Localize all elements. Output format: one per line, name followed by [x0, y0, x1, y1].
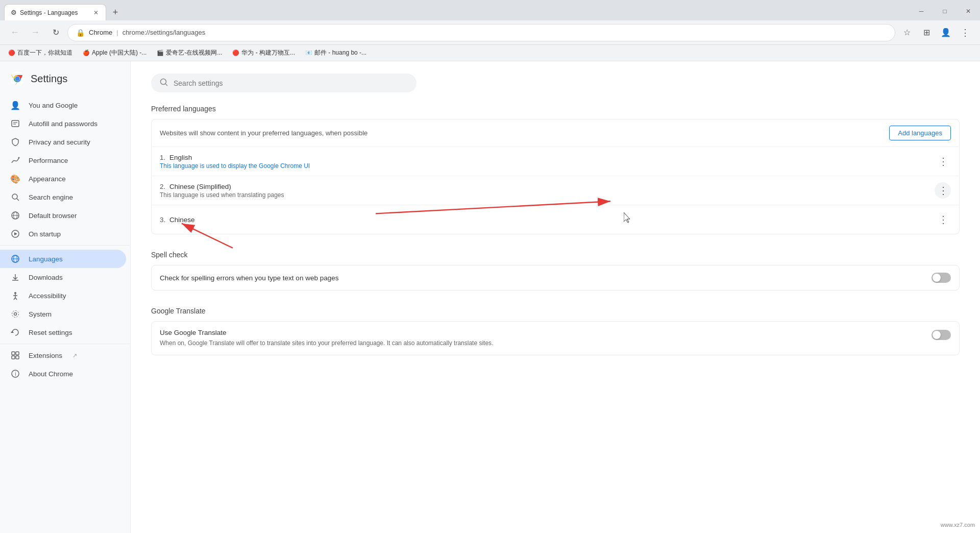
minimize-button[interactable]: ─ [910, 2, 933, 20]
language-item-english: 1. English This language is used to disp… [152, 147, 959, 176]
svg-line-23 [15, 298, 17, 300]
search-engine-icon [10, 192, 20, 202]
appearance-icon: 🎨 [10, 174, 20, 184]
sidebar-item-reset-settings[interactable]: Reset settings [0, 323, 126, 342]
google-translate-desc: When on, Google Translate will offer to … [160, 338, 923, 348]
google-translate-text: Use Google Translate When on, Google Tra… [160, 329, 932, 348]
google-translate-card: Use Google Translate When on, Google Tra… [151, 321, 960, 355]
language-menu-button-chinese-simplified[interactable]: ⋮ [935, 182, 951, 199]
translate-toggle-knob [933, 331, 941, 339]
svg-rect-29 [12, 356, 15, 359]
watermark: www.xz7.com [941, 522, 975, 528]
sidebar-item-accessibility[interactable]: Accessibility [0, 286, 126, 305]
sidebar-item-search-engine[interactable]: Search engine [0, 188, 126, 206]
language-menu-button-chinese[interactable]: ⋮ [935, 211, 951, 228]
security-icon: 🔒 [76, 29, 85, 37]
svg-point-33 [161, 79, 166, 85]
sidebar-item-appearance[interactable]: 🎨 Appearance [0, 169, 126, 188]
svg-marker-26 [11, 331, 14, 333]
sidebar-item-you-and-google[interactable]: 👤 You and Google [0, 96, 126, 114]
preferred-languages-title: Preferred languages [151, 105, 960, 113]
svg-rect-4 [12, 120, 19, 127]
reading-mode-button[interactable]: ⊞ [918, 24, 935, 41]
preferred-languages-section: Preferred languages Websites will show c… [151, 105, 960, 234]
svg-line-9 [17, 199, 19, 201]
bookmark-favicon-baidu: 🔴 [8, 50, 15, 56]
back-button[interactable]: ← [6, 24, 23, 41]
sidebar-item-about-chrome[interactable]: i About Chrome [0, 365, 126, 383]
bookmark-baidu[interactable]: 🔴 百度一下，你就知道 [4, 47, 77, 59]
sidebar-header: Settings [0, 65, 130, 94]
spell-check-section: Spell check Check for spelling errors wh… [151, 251, 960, 290]
sidebar-item-system[interactable]: System [0, 305, 126, 323]
privacy-icon [10, 137, 20, 147]
search-input[interactable] [174, 79, 408, 87]
sidebar-item-performance[interactable]: Performance [0, 151, 126, 169]
sidebar-item-downloads[interactable]: Downloads [0, 268, 126, 286]
sidebar-item-on-startup[interactable]: On startup [0, 225, 126, 243]
google-translate-label: Use Google Translate [160, 329, 923, 336]
spell-check-toggle-row: Check for spelling errors when you type … [152, 265, 959, 290]
lang-number-2: 2. [160, 183, 165, 190]
reload-button[interactable]: ↻ [47, 24, 64, 41]
sidebar-item-autofill[interactable]: Autofill and passwords [0, 114, 126, 133]
sidebar-item-extensions[interactable]: Extensions ↗ [0, 346, 126, 365]
tab-title: Settings - Languages [20, 9, 89, 16]
preferred-languages-card: Websites will show content in your prefe… [151, 119, 960, 234]
tab-close-icon[interactable]: ✕ [92, 8, 100, 17]
svg-point-24 [14, 313, 17, 316]
menu-button[interactable]: ⋮ [957, 24, 974, 41]
close-button[interactable]: ✕ [957, 2, 980, 20]
svg-point-19 [14, 292, 16, 294]
language-info-chinese: 3. Chinese [160, 216, 935, 224]
bookmark-huawei[interactable]: 🔴 华为 - 构建万物互... [228, 47, 299, 59]
search-bar[interactable] [151, 74, 416, 92]
svg-marker-14 [14, 232, 17, 235]
google-translate-toggle[interactable] [932, 330, 951, 340]
sidebar-main-section: 👤 You and Google Autofill and passwords … [0, 94, 130, 246]
language-info-chinese-simplified: 2. Chinese (Simplified) This language is… [160, 183, 935, 199]
spell-check-label: Check for spelling errors when you type … [160, 274, 932, 282]
bookmark-favicon-huawei: 🔴 [232, 50, 239, 56]
toggle-knob [933, 274, 941, 282]
url-separator: | [116, 29, 118, 36]
maximize-button[interactable]: □ [933, 2, 957, 20]
lang-name-chinese-simplified: Chinese (Simplified) [169, 183, 231, 190]
reset-settings-icon [10, 327, 20, 337]
spell-check-title: Spell check [151, 251, 960, 259]
google-translate-title: Google Translate [151, 307, 960, 315]
spell-check-toggle[interactable] [932, 273, 951, 283]
url-path: chrome://settings/languages [122, 29, 206, 36]
address-bar[interactable]: 🔒 Chrome | chrome://settings/languages [67, 24, 895, 41]
bookmark-star-button[interactable]: ☆ [898, 24, 916, 41]
search-bar-container [151, 74, 960, 92]
google-translate-row: Use Google Translate When on, Google Tra… [152, 322, 959, 355]
svg-point-3 [15, 77, 20, 81]
language-menu-button-english[interactable]: ⋮ [935, 153, 951, 169]
profile-button[interactable]: 👤 [937, 24, 954, 41]
google-translate-section: Google Translate Use Google Translate Wh… [151, 307, 960, 355]
bookmark-iqiyi[interactable]: 🎬 爱奇艺-在线视频网... [153, 47, 226, 59]
svg-text:i: i [15, 371, 16, 377]
svg-rect-30 [16, 356, 19, 359]
sidebar-item-default-browser[interactable]: Default browser [0, 206, 126, 225]
new-tab-button[interactable]: + [108, 5, 122, 19]
active-tab[interactable]: ⚙ Settings - Languages ✕ [4, 4, 106, 20]
downloads-icon [10, 272, 20, 282]
languages-icon [10, 254, 20, 264]
sidebar-item-languages[interactable]: Languages [0, 250, 126, 268]
forward-button[interactable]: → [27, 24, 44, 41]
language-info-english: 1. English This language is used to disp… [160, 154, 935, 169]
autofill-icon [10, 118, 20, 129]
sidebar-item-privacy[interactable]: Privacy and security [0, 133, 126, 151]
lang-number-3: 3. [160, 216, 165, 224]
add-languages-button[interactable]: Add languages [889, 126, 951, 140]
accessibility-icon [10, 290, 20, 301]
bookmark-favicon-apple: 🍎 [83, 50, 90, 56]
svg-rect-28 [16, 352, 19, 355]
sidebar-extensions-section: Extensions ↗ i About Chrome [0, 346, 130, 383]
sidebar: Settings 👤 You and Google Autofill and p… [0, 61, 131, 533]
performance-icon [10, 155, 20, 165]
bookmark-email[interactable]: 📧 邮件 - huang bo -... [301, 47, 371, 59]
bookmark-apple[interactable]: 🍎 Apple (中国大陆) -... [79, 47, 151, 59]
